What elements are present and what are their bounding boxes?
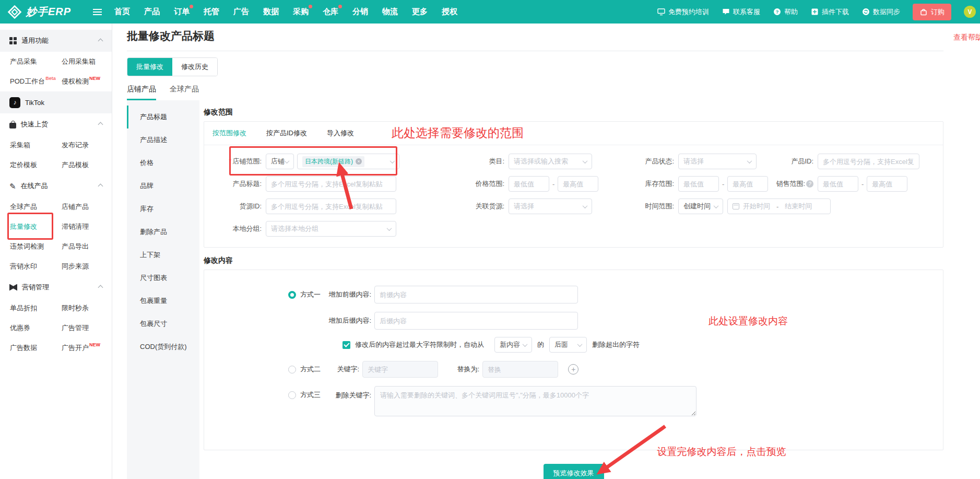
method1-radio-option[interactable]: 方式一 [288,290,324,299]
keyword-input[interactable] [362,361,438,378]
menu-cod[interactable]: COD(货到付款) [127,335,199,358]
nav-logistics[interactable]: 物流 [382,7,398,17]
menu-product-description[interactable]: 产品描述 [127,128,199,151]
sidebar-item-global-products[interactable]: 全球产品 [10,197,62,217]
category-select[interactable]: 请选择或输入搜索 [509,154,592,169]
sidebar-section-online-products[interactable]: ✎ 在线产品 [0,175,112,197]
preview-changes-button[interactable]: 预览修改效果 [544,464,604,479]
delete-keywords-textarea[interactable] [374,386,696,416]
sidebar-item-product-collect[interactable]: 产品采集 [10,52,62,72]
sidebar-item-collect-box[interactable]: 采集箱 [10,135,62,155]
sidebar-section-quick-listing[interactable]: 快速上货 [0,113,112,135]
add-keyword-icon[interactable] [568,364,578,375]
tab-edit-by-range[interactable]: 按范围修改 [212,128,246,138]
overflow-content-select[interactable]: 新内容 [494,337,532,353]
sidebar-item-coupons[interactable]: 优惠券 [10,318,62,338]
nav-warehouse[interactable]: 仓库 [323,7,338,17]
sales-min-input[interactable] [818,176,858,192]
shop-tag[interactable]: 日本跨境(新链路) [302,156,364,167]
shop-multiselect[interactable]: 日本跨境(新链路) [297,154,399,169]
sidebar-item-ad-data[interactable]: 广告数据 [10,338,62,358]
free-training-link[interactable]: 免费预约培训 [657,7,709,17]
menu-product-title[interactable]: 产品标题 [127,106,199,128]
sidebar-item-product-export[interactable]: 产品导出 [62,237,112,256]
tab-bulk-edit[interactable]: 批量修改 [127,58,172,76]
app-logo[interactable]: 妙手ERP [7,5,86,19]
nav-hosting[interactable]: 托管 [204,7,219,17]
stock-max-input[interactable] [727,176,768,192]
menu-stock[interactable]: 库存 [127,197,199,220]
sidebar-item-pod-workbench[interactable]: POD工作台Beta [10,72,62,91]
sidebar-item-slow-moving-cleanup[interactable]: 滞销清理 [62,217,112,237]
radio-icon[interactable] [288,366,296,373]
plugin-download-link[interactable]: 插件下载 [810,7,849,17]
menu-list-delist[interactable]: 上下架 [127,243,199,266]
shop-type-select[interactable]: 店铺 [266,154,294,169]
menu-brand[interactable]: 品牌 [127,174,199,197]
tab-edit-by-product-id[interactable]: 按产品ID修改 [266,128,307,138]
time-type-select[interactable]: 创建时间 [678,198,723,214]
replace-input[interactable] [482,361,558,378]
price-max-input[interactable] [558,176,598,192]
checkbox-checked-icon[interactable] [343,341,350,349]
vip-badge[interactable]: V [964,6,976,18]
menu-delete-product[interactable]: 删除产品 [127,220,199,243]
date-range-picker[interactable]: 开始时间 - 结束时间 [727,198,831,214]
price-min-input[interactable] [509,176,549,192]
sidebar-section-tiktok[interactable]: ♪ TikTok [0,91,112,113]
sidebar-item-sync-source[interactable]: 同步来源 [62,256,112,276]
nav-orders[interactable]: 订单 [174,7,190,17]
sidebar-section-common[interactable]: 通用功能 [0,30,112,52]
tab-edit-by-import[interactable]: 导入修改 [327,128,354,138]
sidebar-item-pricing-template[interactable]: 定价模板 [10,155,62,175]
sidebar-item-publish-records[interactable]: 发布记录 [62,135,112,155]
tab-shop-products[interactable]: 店铺产品 [127,85,156,100]
menu-package-weight[interactable]: 包裹重量 [127,289,199,312]
related-source-select[interactable]: 请选择 [509,198,592,214]
sidebar-item-flash-sale[interactable]: 限时秒杀 [62,298,112,318]
contact-support-link[interactable]: 联系客服 [722,7,760,17]
sidebar-item-ad-management[interactable]: 广告管理 [62,318,112,338]
menu-size-chart[interactable]: 尺寸图表 [127,266,199,289]
nav-home[interactable]: 首页 [114,7,130,17]
sidebar-item-public-collect-box[interactable]: 公用采集箱 [62,52,112,72]
method3-radio-option[interactable]: 方式三 [288,390,324,400]
subscribe-button[interactable]: 订购 [913,4,951,20]
status-select[interactable]: 请选择 [678,154,757,169]
question-icon[interactable] [806,180,813,188]
data-sync-link[interactable]: 数据同步 [861,7,900,17]
method2-radio-option[interactable]: 方式二 [288,365,324,374]
radio-selected-icon[interactable] [288,291,296,299]
radio-icon[interactable] [288,391,296,399]
sidebar-section-marketing[interactable]: 营销管理 [0,276,112,298]
overflow-position-select[interactable]: 后面 [549,337,587,353]
stock-min-input[interactable] [678,176,719,192]
suffix-input[interactable] [374,312,578,330]
nav-ads[interactable]: 广告 [233,7,249,17]
sidebar-item-shop-products[interactable]: 店铺产品 [62,197,112,217]
sidebar-item-marketing-watermark[interactable]: 营销水印 [10,256,62,276]
sidebar-item-ad-account[interactable]: 广告开户NEW [62,338,112,358]
nav-more[interactable]: 更多 [412,7,428,17]
nav-products[interactable]: 产品 [144,7,160,17]
view-help-link[interactable]: 查看帮助 [953,33,980,42]
sales-max-input[interactable] [867,176,907,192]
sidebar-item-bulk-edit[interactable]: 批量修改 [10,217,62,237]
help-link-nav[interactable]: ? 帮助 [773,7,798,17]
nav-authorization[interactable]: 授权 [442,7,457,17]
sidebar-item-product-template[interactable]: 产品模板 [62,155,112,175]
sidebar-item-item-discount[interactable]: 单品折扣 [10,298,62,318]
close-icon[interactable] [356,158,362,165]
nav-purchasing[interactable]: 采购 [293,7,309,17]
product-title-input[interactable] [266,176,396,192]
nav-data[interactable]: 数据 [263,7,279,17]
prefix-input[interactable] [374,286,578,303]
tab-global-products[interactable]: 全球产品 [170,85,199,100]
menu-package-size[interactable]: 包裹尺寸 [127,312,199,335]
local-group-select[interactable]: 请选择本地分组 [266,221,396,237]
sidebar-item-infringement-check[interactable]: 侵权检测NEW [62,72,112,91]
source-id-input[interactable] [266,198,396,214]
product-id-input[interactable] [818,154,919,169]
nav-distribution[interactable]: 分销 [352,7,368,17]
menu-price[interactable]: 价格 [127,151,199,174]
